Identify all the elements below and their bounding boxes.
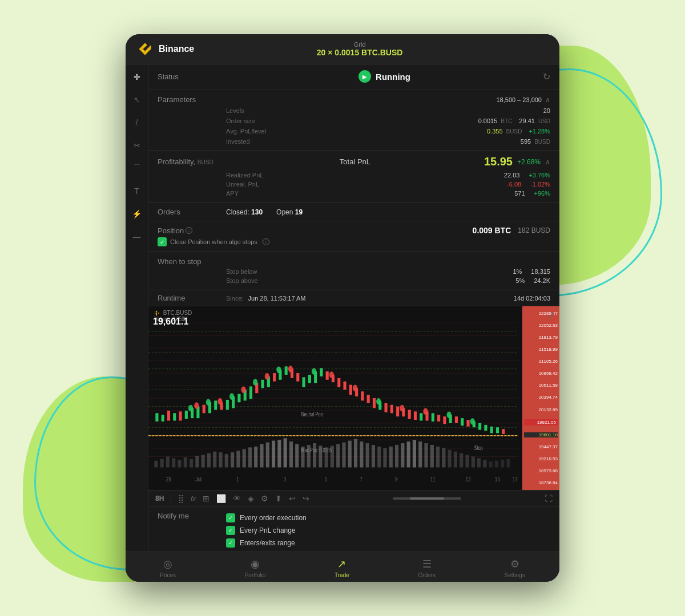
svg-rect-90: [489, 461, 493, 467]
avg-pnl-value: 0.355: [487, 128, 503, 135]
chart-toolbar: 8H ⣿ fx ⊞ ⬜ 👁 ◈ ⚙ ⬆ ↩ ↪ ⛶: [148, 490, 559, 506]
apy-row: APY 571 +96%: [158, 189, 550, 198]
price-label-5: 21105.26: [524, 359, 558, 364]
stop-above-value: 24.2K: [534, 277, 550, 284]
svg-rect-73: [389, 447, 393, 468]
brand-name: Binance: [159, 44, 194, 54]
position-info-icon[interactable]: i: [186, 227, 192, 234]
closed-value: 130: [251, 208, 263, 216]
more-tool[interactable]: —: [129, 229, 145, 245]
close-pos-check-icon[interactable]: ✓: [158, 237, 167, 246]
svg-rect-127: [349, 385, 352, 395]
svg-rect-47: [236, 451, 240, 467]
main-content: ✛ ↖ / ✂ ⌒ T ⚡ — Status ▶ Running ↻: [126, 64, 559, 552]
svg-rect-76: [407, 441, 410, 467]
timeframe-8h[interactable]: 8H: [155, 495, 164, 502]
pnl-chevron-icon[interactable]: ∧: [545, 158, 550, 166]
parameters-section: Parameters 18,500 – 23,000 ∧ Levels 20 O…: [148, 90, 559, 151]
nav-trade[interactable]: ↗ Trade: [325, 557, 358, 579]
svg-marker-11: [158, 313, 159, 314]
svg-rect-56: [289, 441, 293, 467]
status-value-row: ▶ Running: [358, 70, 410, 83]
draw-tool[interactable]: ⌒: [129, 160, 145, 176]
binance-logo-icon: [137, 41, 153, 57]
svg-rect-145: [455, 416, 458, 423]
play-icon: ▶: [358, 70, 371, 83]
svg-point-157: [217, 398, 222, 405]
scissors-tool[interactable]: ✂: [129, 137, 145, 153]
svg-rect-106: [226, 400, 229, 410]
price-label-3: 21813.79: [524, 335, 558, 340]
profitability-label: Profitability, BUSD: [158, 157, 226, 166]
chevron-up-icon[interactable]: ∧: [545, 96, 550, 104]
stop-below-row: Stop below 1% 18,315: [158, 267, 550, 276]
svg-rect-131: [373, 398, 376, 408]
crosshair-tool[interactable]: ✛: [129, 69, 145, 85]
redo-icon[interactable]: ↪: [303, 494, 309, 503]
close-pos-info-icon[interactable]: i: [263, 238, 269, 245]
svg-rect-41: [202, 455, 205, 468]
text-tool[interactable]: T: [129, 183, 145, 199]
notify-check-3-icon[interactable]: ✓: [226, 538, 235, 548]
orders-icon: ☰: [422, 558, 432, 570]
cursor-tool[interactable]: ↖: [129, 92, 145, 108]
chart-price: 19,601.1: [153, 317, 192, 327]
price-label-10: 19921.05: [524, 419, 558, 425]
fx-icon[interactable]: fx: [191, 495, 196, 502]
svg-rect-66: [348, 441, 352, 468]
svg-text:13: 13: [465, 476, 470, 483]
screenshot-icon[interactable]: ⬆: [275, 494, 282, 503]
chart-container: BTC.BUSD 19,601.1 ⤢: [148, 306, 559, 490]
notify-check-1-icon[interactable]: ✓: [226, 513, 235, 522]
svg-rect-146: [461, 418, 464, 425]
layers-icon[interactable]: ◈: [248, 494, 254, 503]
parameters-label: Parameters: [158, 95, 226, 104]
nav-prices[interactable]: ◎ Prices: [151, 557, 185, 579]
notify-check-2-icon[interactable]: ✓: [226, 526, 235, 535]
orders-nav-label: Orders: [418, 572, 436, 578]
avg-pnl-label: Avg. PnL/level: [226, 128, 487, 135]
toolbar-separator: [171, 494, 171, 503]
svg-rect-98: [179, 411, 182, 420]
nav-portfolio[interactable]: ◉ Portfolio: [236, 557, 275, 579]
param-row-invested: Invested 595 BUSD: [158, 136, 550, 147]
svg-rect-43: [213, 452, 216, 468]
nav-settings[interactable]: ⚙ Settings: [495, 557, 534, 579]
svg-rect-87: [472, 456, 475, 467]
notify-item-3: ✓ Enters/exits range: [226, 537, 307, 549]
svg-point-161: [265, 373, 269, 380]
svg-rect-110: [249, 387, 252, 399]
notify-text-2: Every PnL change: [240, 526, 296, 534]
realized-pnl-row: Realized PnL 22.03 +3.76%: [158, 171, 550, 180]
price-label-7: 10611.58: [524, 383, 558, 388]
svg-rect-99: [185, 411, 188, 419]
fullscreen-icon[interactable]: ⛶: [545, 494, 553, 503]
settings-chart-icon[interactable]: ⚙: [261, 494, 268, 503]
line-tool[interactable]: /: [129, 115, 145, 131]
svg-text:Neutral Pos:: Neutral Pos:: [301, 411, 324, 418]
measure-tool[interactable]: ⚡: [129, 206, 145, 222]
comparison-icon[interactable]: ⬜: [216, 494, 226, 503]
total-pnl-value: 15.95: [484, 155, 513, 168]
undo-icon[interactable]: ↩: [289, 494, 296, 503]
svg-rect-130: [367, 395, 370, 403]
crosshair-icon[interactable]: ⊞: [203, 494, 209, 503]
visibility-icon[interactable]: 👁: [233, 494, 241, 503]
svg-rect-85: [460, 453, 463, 468]
chart-scrollbar[interactable]: [393, 497, 461, 500]
refresh-icon[interactable]: ↻: [543, 71, 550, 82]
stop-above-pct: 5%: [515, 277, 525, 284]
indicators-icon[interactable]: ⣿: [178, 494, 184, 503]
price-label-13: 18973.68: [524, 468, 558, 473]
svg-text:5: 5: [325, 476, 328, 483]
avg-pnl-pct: +1.28%: [529, 128, 550, 135]
close-pos-text: Close Position when algo stops: [170, 238, 257, 245]
unreal-pnl-label: Unreal. PnL: [226, 181, 507, 188]
prices-label: Prices: [160, 572, 176, 578]
expand-chart-icon[interactable]: ⤢: [547, 310, 555, 321]
svg-rect-122: [320, 368, 323, 376]
nav-orders[interactable]: ☰ Orders: [409, 557, 445, 579]
svg-rect-104: [214, 400, 217, 410]
svg-rect-119: [302, 377, 305, 387]
grid-range-value: 18,500 – 23,000: [496, 96, 542, 103]
